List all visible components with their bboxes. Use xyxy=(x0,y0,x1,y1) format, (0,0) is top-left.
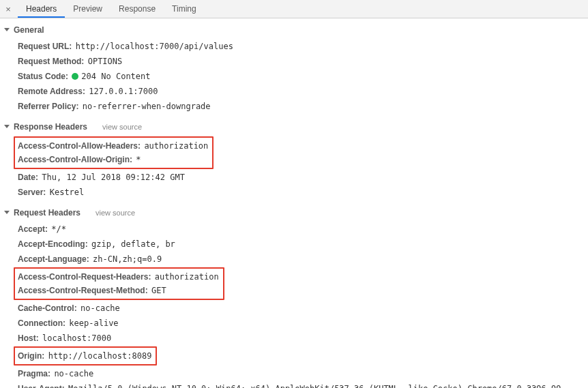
header-key: Origin: xyxy=(18,351,44,361)
header-row: Request URL: http://localhost:7000/api/v… xyxy=(18,39,588,54)
header-row: Access-Control-Allow-Origin: * xyxy=(18,153,208,166)
status-dot-icon xyxy=(72,73,78,80)
header-row: Connection: keep-alive xyxy=(18,316,588,331)
tab-timing[interactable]: Timing xyxy=(164,0,205,18)
header-key: Host: xyxy=(18,333,39,343)
header-value: Kestrel xyxy=(50,188,85,197)
header-row: Remote Address: 127.0.0.1:7000 xyxy=(18,84,588,99)
header-row: Server: Kestrel xyxy=(18,185,588,200)
header-key: Date: xyxy=(18,173,38,182)
header-value: authorization xyxy=(144,141,208,151)
header-key: Connection: xyxy=(18,318,65,328)
header-row: Access-Control-Allow-Headers: authorizat… xyxy=(18,139,208,153)
section-title: General xyxy=(14,25,44,35)
header-key: Access-Control-Allow-Origin: xyxy=(18,155,132,164)
header-key: Access-Control-Request-Method: xyxy=(18,286,148,295)
header-key: Access-Control-Request-Headers: xyxy=(18,272,151,282)
chevron-down-icon xyxy=(4,125,10,128)
header-row: Status Code: 204 No Content xyxy=(18,69,588,84)
header-row: Cache-Control: no-cache xyxy=(18,301,588,316)
header-key: Cache-Control: xyxy=(18,303,77,313)
chevron-down-icon xyxy=(4,28,10,31)
header-value: keep-alive xyxy=(69,318,118,328)
header-row: Accept: */* xyxy=(18,222,588,237)
header-value: no-cache xyxy=(80,303,120,313)
header-key: Accept-Encoding: xyxy=(18,239,88,249)
header-key: Remote Address: xyxy=(18,87,85,96)
header-value: */* xyxy=(51,224,66,234)
header-value: authorization xyxy=(155,272,219,282)
header-key: User-Agent: xyxy=(18,384,65,388)
header-row: Origin: http://localhost:8089 xyxy=(18,349,151,363)
header-value: 204 No Content xyxy=(81,72,150,81)
header-row: User-Agent: Mozilla/5.0 (Windows NT 10.0… xyxy=(18,381,588,388)
section-title: Response Headers xyxy=(14,122,87,132)
section-toggle-response-headers[interactable]: Response Headers view source xyxy=(0,121,588,133)
header-row: Referrer Policy: no-referrer-when-downgr… xyxy=(18,99,588,114)
section-request-headers: Request Headers view source Accept: */* … xyxy=(0,207,588,388)
header-row: Request Method: OPTIONS xyxy=(18,54,588,69)
header-row: Date: Thu, 12 Jul 2018 09:12:42 GMT xyxy=(18,170,588,185)
header-key: Pragma: xyxy=(18,369,50,378)
header-key: Server: xyxy=(18,188,46,197)
header-key: Accept: xyxy=(18,224,48,234)
header-value: * xyxy=(136,155,141,164)
section-title: Request Headers xyxy=(14,208,80,218)
header-value: zh-CN,zh;q=0.9 xyxy=(93,254,162,264)
header-key: Status Code: xyxy=(18,72,68,81)
view-source-link[interactable]: view source xyxy=(102,123,142,131)
header-key: Access-Control-Allow-Headers: xyxy=(18,141,141,151)
section-general: General Request URL: http://localhost:70… xyxy=(0,24,588,114)
highlight-box: Origin: http://localhost:8089 xyxy=(14,346,157,365)
header-row: Access-Control-Request-Headers: authoriz… xyxy=(18,270,219,284)
section-toggle-request-headers[interactable]: Request Headers view source xyxy=(0,207,588,219)
header-row: Host: localhost:7000 xyxy=(18,331,588,346)
view-source-link[interactable]: view source xyxy=(95,209,135,217)
devtools-tabbar: × Headers Preview Response Timing xyxy=(0,0,588,18)
header-value: Mozilla/5.0 (Windows NT 10.0; Win64; x64… xyxy=(18,384,561,388)
tab-preview[interactable]: Preview xyxy=(65,0,111,18)
highlight-box: Access-Control-Allow-Headers: authorizat… xyxy=(14,136,214,169)
tab-headers[interactable]: Headers xyxy=(18,0,65,18)
header-value: gzip, deflate, br xyxy=(91,239,175,249)
header-row: Accept-Encoding: gzip, deflate, br xyxy=(18,237,588,252)
chevron-down-icon xyxy=(4,211,10,214)
tab-response[interactable]: Response xyxy=(111,0,164,18)
header-key: Referrer Policy: xyxy=(18,102,78,111)
header-value: 127.0.0.1:7000 xyxy=(89,87,158,96)
header-key: Accept-Language: xyxy=(18,254,89,264)
header-value: no-referrer-when-downgrade xyxy=(83,102,211,111)
highlight-box: Access-Control-Request-Headers: authoriz… xyxy=(14,267,224,300)
section-response-headers: Response Headers view source Access-Cont… xyxy=(0,121,588,200)
header-row: Accept-Language: zh-CN,zh;q=0.9 xyxy=(18,252,588,267)
header-value: GET xyxy=(151,286,166,295)
header-value: OPTIONS xyxy=(88,57,123,66)
headers-panel: General Request URL: http://localhost:70… xyxy=(0,18,588,388)
header-value: http://localhost:8089 xyxy=(48,351,152,361)
header-value: Thu, 12 Jul 2018 09:12:42 GMT xyxy=(42,173,185,182)
header-value: no-cache xyxy=(54,369,93,378)
header-row: Access-Control-Request-Method: GET xyxy=(18,284,219,297)
header-key: Request Method: xyxy=(18,57,84,66)
header-row: Pragma: no-cache xyxy=(18,366,588,381)
close-icon[interactable]: × xyxy=(3,4,14,14)
header-value: localhost:7000 xyxy=(42,333,111,343)
section-toggle-general[interactable]: General xyxy=(0,24,588,36)
header-value: http://localhost:7000/api/values xyxy=(76,42,233,51)
header-key: Request URL: xyxy=(18,42,72,51)
